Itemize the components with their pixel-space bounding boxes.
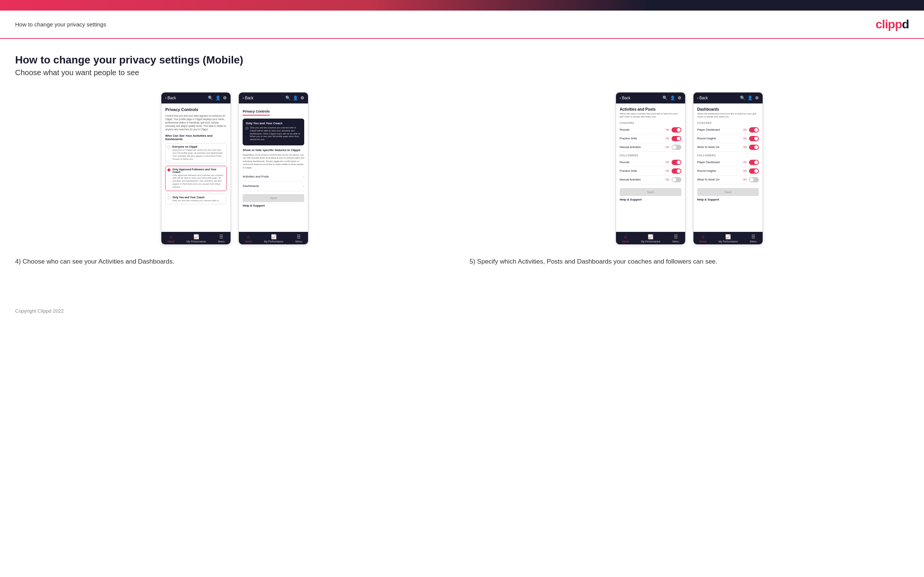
radio-option-everyone[interactable]: Everyone on Clippd Everyone on Clippd ca…	[165, 143, 227, 163]
privacy-section-title-1: Who Can See Your Activities and Dashboar…	[165, 134, 227, 141]
footer-menu-label-3: Menu	[672, 240, 679, 243]
back-button-4[interactable]: ‹ Back	[697, 96, 708, 100]
search-icon-3[interactable]: 🔍	[662, 95, 668, 100]
search-icon-1[interactable]: 🔍	[208, 95, 213, 100]
person-icon-1[interactable]: 👤	[215, 95, 221, 100]
footer-performance-4[interactable]: 📈 My Performance	[719, 234, 738, 243]
toggle-drills-followers-switch[interactable]	[672, 168, 682, 174]
menu-item-dashboards[interactable]: Dashboards ›	[242, 182, 304, 191]
toggle-drills-coaches-switch[interactable]	[672, 136, 682, 141]
footer-home-2[interactable]: ⌂ Home	[245, 234, 252, 243]
settings-icon-3[interactable]: ⚙	[678, 95, 682, 100]
privacy-controls-tab[interactable]: Privacy Controls	[242, 110, 270, 116]
toggle-label-whattowork-coaches: What To Work On	[697, 145, 720, 149]
toggle-wrapper-manual-followers[interactable]: ON	[666, 177, 682, 182]
phone-body-2: Privacy Controls Only You and Your Coach…	[239, 103, 308, 232]
toggle-whattowork-followers-switch[interactable]	[749, 177, 759, 182]
toggle-roundinsights-followers-switch[interactable]	[749, 168, 759, 174]
toggle-wrapper-roundinsights-coaches[interactable]: ON	[743, 136, 759, 141]
radio-label-followers: Only Approved Followers and Your Coach	[172, 168, 225, 173]
person-icon-3[interactable]: 👤	[670, 95, 675, 100]
toggle-whattowork-coaches: What To Work On ON	[697, 143, 759, 152]
footer-performance-1[interactable]: 📈 My Performance	[187, 234, 206, 243]
toggle-wrapper-whattowork-followers[interactable]: ON	[743, 177, 759, 182]
toggle-roundinsights-coaches-switch[interactable]	[749, 136, 759, 141]
save-button-3[interactable]: Save	[620, 188, 682, 196]
toggle-rounds-followers: Rounds ON	[620, 158, 682, 167]
footer-home-label-3: Home	[622, 240, 629, 243]
toggle-playerdash-followers: Player Dashboard ON	[697, 158, 759, 167]
menu-icon-1: ☰	[219, 234, 223, 239]
save-button-4[interactable]: Save	[697, 188, 759, 196]
toggle-manual-followers: Manual Activities ON	[620, 176, 682, 184]
footer-menu-3[interactable]: ☰ Menu	[672, 234, 679, 243]
footer-home-label-4: Home	[699, 240, 707, 243]
toggle-playerdash-coaches-switch[interactable]	[749, 127, 759, 132]
back-button-3[interactable]: ‹ Back	[620, 96, 630, 100]
toggle-whattowork-coaches-switch[interactable]	[749, 145, 759, 150]
search-icon-2[interactable]: 🔍	[285, 95, 291, 100]
toggle-playerdash-followers-switch[interactable]	[749, 160, 759, 165]
page-subheading: Choose what you want people to see	[15, 68, 909, 77]
toggle-manual-coaches-switch[interactable]	[672, 145, 682, 150]
search-icon-4[interactable]: 🔍	[740, 95, 745, 100]
header: How to change your privacy settings clip…	[0, 11, 924, 39]
toggle-wrapper-rounds-followers[interactable]: ON	[666, 160, 682, 165]
footer-menu-4[interactable]: ☰ Menu	[750, 234, 757, 243]
footer-menu-1[interactable]: ☰ Menu	[218, 234, 225, 243]
toggle-label-rounds-followers: Rounds	[620, 161, 630, 164]
back-button-2[interactable]: ‹ Back	[242, 96, 253, 100]
person-icon-2[interactable]: 👤	[293, 95, 298, 100]
radio-dot-followers	[167, 168, 170, 171]
toggle-on-text-manual-coaches: ON	[666, 146, 669, 148]
toggle-wrapper-manual-coaches[interactable]: ON	[666, 145, 682, 150]
radio-option-followers[interactable]: Only Approved Followers and Your Coach O…	[165, 166, 227, 191]
toggle-wrapper-playerdash-followers[interactable]: ON	[743, 160, 759, 165]
nav-icons-2: 🔍 👤 ⚙	[285, 95, 304, 100]
menu-icon-3: ☰	[674, 234, 678, 239]
toggle-wrapper-drills-followers[interactable]: ON	[666, 168, 682, 174]
back-button-1[interactable]: ‹ Back	[165, 96, 176, 100]
settings-icon-1[interactable]: ⚙	[223, 95, 227, 100]
radio-sublabel-followers: Only approved followers and coaches you …	[172, 174, 225, 189]
toggle-rounds-followers-switch[interactable]	[672, 160, 682, 165]
toggle-manual-followers-switch[interactable]	[672, 177, 682, 182]
show-hide-desc: Regardless of the privacy controls that …	[242, 153, 304, 169]
logo: clippd	[876, 18, 909, 31]
footer-perf-label-2: My Performance	[264, 240, 283, 243]
caption-group1: 4) Choose who can see your Activities an…	[15, 257, 455, 267]
toggle-on-text-drills-followers: ON	[666, 169, 669, 172]
activities-desc: Select the types of activity that you'd …	[620, 113, 682, 119]
toggle-on-text-whattowork-followers: ON	[743, 178, 747, 181]
phone-nav-1: ‹ Back 🔍 👤 ⚙	[162, 92, 231, 103]
footer-home-3[interactable]: ⌂ Home	[622, 234, 629, 243]
phone-screen-1: ‹ Back 🔍 👤 ⚙ Privacy Controls Control ho…	[161, 92, 231, 245]
help-support-4: Help & Support	[697, 196, 759, 203]
settings-icon-2[interactable]: ⚙	[300, 95, 304, 100]
person-icon-4[interactable]: 👤	[748, 95, 753, 100]
toggle-wrapper-roundinsights-followers[interactable]: ON	[743, 168, 759, 174]
settings-icon-4[interactable]: ⚙	[755, 95, 759, 100]
toggle-roundinsights-followers: Round Insights ON	[697, 167, 759, 176]
footer-performance-2[interactable]: 📈 My Performance	[264, 234, 283, 243]
toggle-wrapper-playerdash-coaches[interactable]: ON	[743, 127, 759, 132]
toggle-wrapper-drills-coaches[interactable]: ON	[666, 136, 682, 141]
toggle-rounds-coaches-switch[interactable]	[672, 127, 682, 132]
footer-performance-3[interactable]: 📈 My Performance	[641, 234, 660, 243]
radio-option-coach[interactable]: Only You and Your Coach Only you and the…	[165, 194, 227, 205]
chevron-activities: ›	[303, 175, 304, 179]
footer-home-1[interactable]: ⌂ Home	[167, 234, 174, 243]
toggle-wrapper-whattowork-coaches[interactable]: ON	[743, 145, 759, 150]
screens-group-left: ‹ Back 🔍 👤 ⚙ Privacy Controls Control ho…	[15, 92, 455, 267]
save-button-2[interactable]: Save	[242, 194, 304, 202]
footer-menu-2[interactable]: ☰ Menu	[296, 234, 302, 243]
menu-item-activities[interactable]: Activities and Posts ›	[242, 172, 304, 182]
coaches-label-4: COACHES	[697, 122, 759, 124]
menu-item-activities-label: Activities and Posts	[242, 175, 269, 178]
toggle-wrapper-rounds-coaches[interactable]: ON	[666, 127, 682, 132]
toggle-label-drills-followers: Practice Drills	[620, 169, 637, 172]
footer-home-4[interactable]: ⌂ Home	[699, 234, 707, 243]
toggle-on-text-rounds-followers: ON	[666, 161, 669, 163]
toggle-whattowork-followers: What To Work On ON	[697, 176, 759, 184]
toggle-on-text-roundinsights-followers: ON	[743, 169, 747, 172]
